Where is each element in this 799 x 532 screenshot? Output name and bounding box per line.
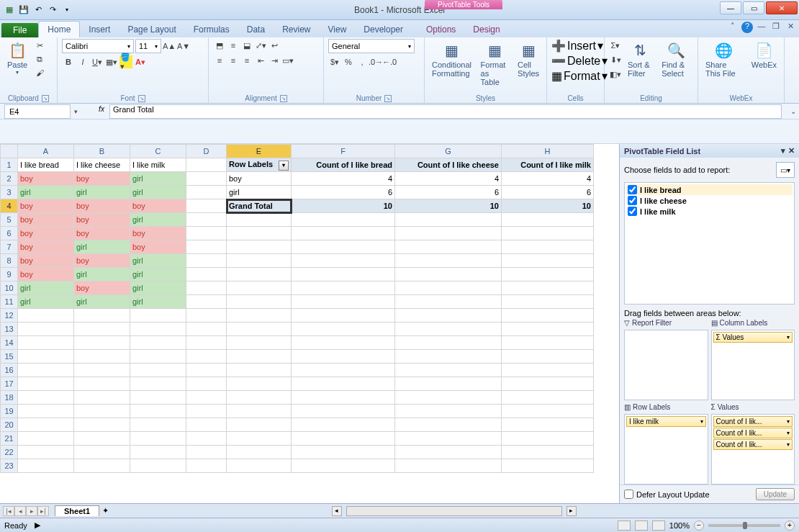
cell-D3[interactable] — [186, 186, 227, 199]
field-checkbox[interactable] — [628, 185, 637, 194]
number-format-combo[interactable]: General▾ — [328, 39, 415, 53]
view-page-layout-icon[interactable] — [635, 520, 648, 531]
format-painter-icon[interactable]: 🖌 — [33, 66, 46, 79]
cell-E23[interactable] — [227, 459, 292, 473]
field-list-dropdown-icon[interactable]: ▾ — [781, 146, 785, 155]
conditional-formatting-button[interactable]: ▦Conditional Formatting — [429, 39, 475, 79]
cell-A6[interactable]: boy — [18, 227, 74, 240]
cell-A8[interactable]: boy — [18, 254, 74, 268]
shrink-font-icon[interactable]: A▼ — [177, 40, 190, 53]
row-header-22[interactable]: 22 — [1, 446, 18, 459]
minimize-button[interactable]: — — [720, 1, 741, 14]
sort-filter-button[interactable]: ⇅Sort & Filter — [625, 39, 656, 79]
cell-F16[interactable] — [292, 364, 395, 377]
autosum-icon[interactable]: Σ▾ — [609, 39, 622, 52]
cell-C13[interactable] — [130, 323, 186, 336]
area-item-dropdown-icon[interactable]: ▾ — [700, 418, 703, 425]
cell-G12[interactable] — [395, 309, 502, 323]
cell-D10[interactable] — [186, 281, 227, 295]
row-header-15[interactable]: 15 — [1, 350, 18, 364]
cell-D21[interactable] — [186, 432, 227, 446]
cell-G1[interactable]: Count of I like cheese — [395, 158, 502, 172]
cell-C12[interactable] — [130, 309, 186, 323]
cell-E1[interactable]: Row Labels▾ — [227, 158, 292, 172]
cell-A20[interactable] — [18, 418, 74, 432]
paste-button[interactable]: 📋 Paste ▾ — [4, 39, 30, 77]
accounting-icon[interactable]: $▾ — [328, 55, 341, 68]
cell-B11[interactable]: girl — [74, 295, 130, 309]
cell-H4[interactable]: 10 — [502, 199, 594, 213]
cell-A14[interactable] — [18, 336, 74, 350]
cell-D6[interactable] — [186, 227, 227, 240]
align-left-icon[interactable]: ≡ — [213, 54, 226, 67]
cell-C8[interactable]: girl — [130, 254, 186, 268]
cell-D15[interactable] — [186, 350, 227, 364]
cell-D22[interactable] — [186, 446, 227, 459]
col-header-C[interactable]: C — [130, 145, 186, 158]
col-header-H[interactable]: H — [502, 145, 594, 158]
cell-A16[interactable] — [18, 364, 74, 377]
zoom-slider[interactable] — [708, 524, 780, 527]
row-header-16[interactable]: 16 — [1, 364, 18, 377]
cell-E4[interactable]: Grand Total — [227, 199, 292, 213]
cell-E10[interactable] — [227, 281, 292, 295]
cell-E9[interactable] — [227, 268, 292, 281]
fill-icon[interactable]: ⬇▾ — [609, 53, 622, 66]
cell-H13[interactable] — [502, 323, 594, 336]
cell-F9[interactable] — [292, 268, 395, 281]
cell-G15[interactable] — [395, 350, 502, 364]
decrease-indent-icon[interactable]: ⇤ — [254, 54, 267, 67]
webex-button[interactable]: 📄WebEx — [749, 39, 780, 71]
cell-C18[interactable] — [130, 391, 186, 405]
cell-G3[interactable]: 6 — [395, 186, 502, 199]
find-select-button[interactable]: 🔍Find & Select — [659, 39, 693, 79]
align-center-icon[interactable]: ≡ — [227, 54, 240, 67]
cell-E8[interactable] — [227, 254, 292, 268]
cell-C14[interactable] — [130, 336, 186, 350]
cell-F7[interactable] — [292, 240, 395, 254]
workbook-restore-icon[interactable]: ❐ — [770, 22, 782, 33]
area-box-rows[interactable]: I like milk▾ — [624, 414, 708, 484]
orientation-icon[interactable]: ⤢▾ — [254, 39, 267, 52]
area-item[interactable]: Count of I lik...▾ — [713, 416, 793, 427]
clear-icon[interactable]: ◧▾ — [609, 68, 622, 81]
cell-F8[interactable] — [292, 254, 395, 268]
cell-C10[interactable]: girl — [130, 281, 186, 295]
view-page-break-icon[interactable] — [652, 520, 665, 531]
cell-G5[interactable] — [395, 213, 502, 227]
font-color-button[interactable]: A▾ — [134, 55, 147, 68]
cell-D17[interactable] — [186, 377, 227, 391]
cell-G16[interactable] — [395, 364, 502, 377]
cell-D1[interactable] — [186, 158, 227, 172]
comma-icon[interactable]: , — [356, 55, 369, 68]
save-icon[interactable]: 💾 — [17, 4, 30, 17]
area-item[interactable]: Σ Values▾ — [713, 332, 793, 343]
cell-G20[interactable] — [395, 418, 502, 432]
font-name-combo[interactable]: Calibri▾ — [62, 39, 134, 53]
cell-D2[interactable] — [186, 172, 227, 186]
cell-G11[interactable] — [395, 295, 502, 309]
col-header-F[interactable]: F — [292, 145, 395, 158]
cell-E14[interactable] — [227, 336, 292, 350]
cell-H14[interactable] — [502, 336, 594, 350]
cell-B6[interactable]: boy — [74, 227, 130, 240]
cell-E21[interactable] — [227, 432, 292, 446]
name-box-dropdown[interactable]: ▾ — [71, 108, 81, 115]
copy-icon[interactable]: ⧉ — [33, 53, 46, 66]
cell-G13[interactable] — [395, 323, 502, 336]
cell-F3[interactable]: 6 — [292, 186, 395, 199]
cell-E19[interactable] — [227, 405, 292, 418]
cell-F5[interactable] — [292, 213, 395, 227]
cell-B4[interactable]: boy — [74, 199, 130, 213]
cell-F21[interactable] — [292, 432, 395, 446]
cell-B7[interactable]: girl — [74, 240, 130, 254]
cell-E6[interactable] — [227, 227, 292, 240]
cell-F22[interactable] — [292, 446, 395, 459]
cell-H20[interactable] — [502, 418, 594, 432]
cell-B3[interactable]: girl — [74, 186, 130, 199]
cell-G18[interactable] — [395, 391, 502, 405]
tab-file[interactable]: File — [1, 23, 38, 37]
cell-C9[interactable]: girl — [130, 268, 186, 281]
area-box-values[interactable]: Count of I lik...▾Count of I lik...▾Coun… — [711, 414, 795, 484]
col-header-E[interactable]: E — [227, 145, 292, 158]
